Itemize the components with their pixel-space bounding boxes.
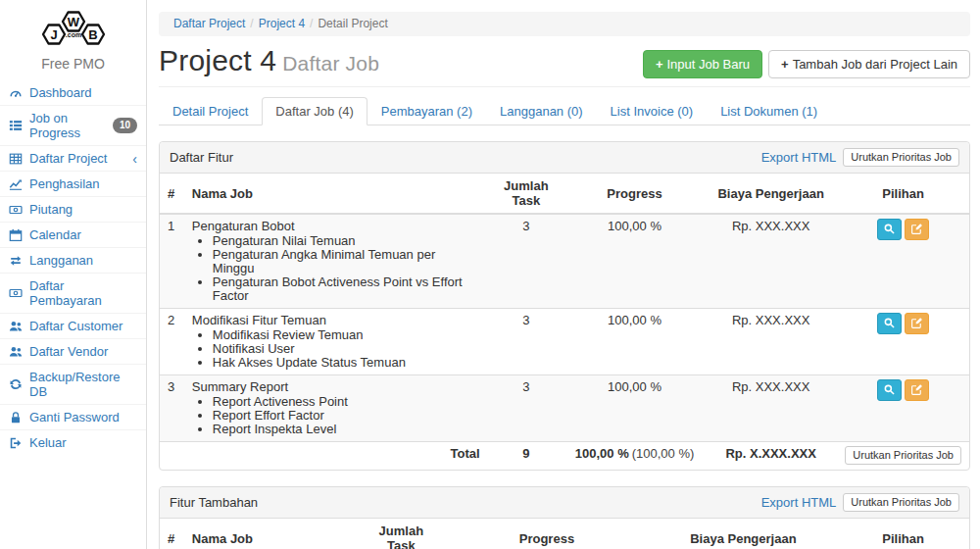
total-progress-value: 100,00 %: [575, 446, 629, 461]
job-number-cell: 3: [160, 375, 184, 442]
total-cost-cell: Rp. X.XXX.XXX: [705, 442, 837, 471]
total-tasks-cell: 9: [488, 442, 564, 471]
subtask-item: Pengaturan Bobot Activeness Point vs Eff…: [213, 275, 480, 303]
subtask-item: Report Inspekta Level: [213, 423, 480, 436]
job-actions-cell: [837, 214, 969, 309]
page-header: Project 4Daftar Job +Input Job Baru+Tamb…: [159, 44, 970, 87]
tab-list-invoice-0[interactable]: List Invoice (0): [597, 97, 708, 125]
tab-langganan-0[interactable]: Langganan (0): [486, 97, 597, 125]
svg-text:J: J: [50, 27, 57, 42]
sidebar-item-label: Piutang: [29, 202, 73, 217]
sidebar-item-daftar-project[interactable]: Daftar Project‹: [0, 145, 146, 171]
edit-job-button[interactable]: [905, 219, 929, 240]
sidebar-item-daftar-customer[interactable]: Daftar Customer: [0, 313, 146, 338]
view-job-button[interactable]: [877, 219, 902, 240]
view-job-button[interactable]: [877, 379, 902, 401]
sidebar-item-calendar[interactable]: Calendar: [0, 222, 146, 247]
users-icon: [9, 345, 23, 359]
tab-pembayaran-2[interactable]: Pembayaran (2): [368, 97, 486, 125]
search-icon: [883, 317, 897, 330]
sidebar: J W B .com Free PMO DashboardJob on Prog…: [0, 0, 147, 549]
sidebar-item-dashboard[interactable]: Dashboard: [0, 80, 146, 105]
refresh-icon: [9, 377, 23, 391]
total-row: Total9100,00 %(100,00 %)Rp. X.XXX.XXXUru…: [160, 442, 969, 471]
export-html-link[interactable]: Export HTML: [761, 495, 837, 510]
tab-list-dokumen-1[interactable]: List Dokumen (1): [707, 97, 831, 125]
plus-icon: +: [781, 57, 789, 72]
sidebar-item-piutang[interactable]: Piutang: [0, 196, 146, 222]
job-name-cell: Modifikasi Fitur TemuanModifikasi Review…: [184, 309, 488, 375]
column-header-progress: Progress: [564, 174, 705, 214]
page-title: Project 4Daftar Job: [159, 44, 379, 80]
sidebar-item-ganti-password[interactable]: Ganti Password: [0, 404, 146, 429]
money-icon: [9, 286, 23, 300]
job-name-cell: Pengaturan BobotPengaturan Nilai TemuanP…: [184, 214, 488, 309]
input-job-baru-button[interactable]: +Input Job Baru: [643, 50, 762, 78]
export-html-link[interactable]: Export HTML: [761, 150, 837, 165]
sort-priority-button[interactable]: Urutkan Prioritas Job: [845, 446, 961, 465]
count-badge: 10: [113, 118, 137, 133]
edit-icon: [910, 317, 924, 330]
job-name: Pengaturan Bobot: [192, 219, 480, 233]
edit-job-button[interactable]: [905, 313, 929, 334]
sidebar-item-label: Dashboard: [29, 85, 92, 100]
panel-header: Daftar FiturExport HTMLUrutkan Prioritas…: [160, 142, 969, 174]
column-header-: #: [160, 519, 184, 549]
breadcrumb-separator: /: [310, 17, 313, 30]
svg-text:.com: .com: [65, 31, 80, 38]
sidebar-item-langganan[interactable]: Langganan: [0, 247, 146, 273]
sidebar-item-penghasilan[interactable]: Penghasilan: [0, 171, 146, 196]
job-cost-cell: Rp. XXX.XXX: [705, 214, 837, 309]
tab-daftar-job-4[interactable]: Daftar Job (4): [262, 97, 367, 125]
jwb-logo-icon: J W B .com: [38, 7, 109, 53]
retweet-icon: [9, 254, 23, 268]
subtask-list: Report Activeness PointReport Effort Fac…: [213, 395, 480, 436]
edit-icon: [910, 383, 924, 397]
job-tasks-cell: 3: [488, 309, 564, 375]
chevron-left-icon: ‹: [132, 154, 137, 164]
column-header-biaya-pengerjaan: Biaya Pengerjaan: [705, 174, 837, 214]
button-label: Tambah Job dari Project Lain: [793, 57, 957, 72]
subtask-item: Pengaturan Angka Minimal Temuan per Ming…: [213, 248, 480, 275]
sidebar-item-job-on-progress[interactable]: Job on Progress10: [0, 105, 146, 145]
main-content: Daftar Project/Project 4/Detail Project …: [147, 0, 980, 549]
search-icon: [883, 223, 897, 236]
breadcrumb-link-project-4[interactable]: Project 4: [259, 17, 305, 30]
table-row: 3Summary ReportReport Activeness PointRe…: [160, 375, 969, 442]
column-header-jumlah-task: Jumlah Task: [488, 174, 564, 214]
breadcrumb-link-daftar-project[interactable]: Daftar Project: [173, 17, 245, 30]
sidebar-item-daftar-vendor[interactable]: Daftar Vendor: [0, 338, 146, 364]
lock-icon: [9, 411, 23, 424]
view-job-button[interactable]: [877, 313, 902, 334]
app-logo: J W B .com: [0, 0, 146, 53]
sidebar-item-label: Daftar Customer: [29, 319, 122, 333]
subtask-item: Hak Akses Update Status Temuan: [213, 356, 480, 370]
sidebar-item-label: Calendar: [29, 227, 81, 242]
sidebar-item-keluar[interactable]: Keluar: [0, 429, 146, 455]
sort-priority-button[interactable]: Urutkan Prioritas Job: [843, 148, 959, 167]
sidebar-item-daftar-pembayaran[interactable]: Daftar Pembayaran: [0, 273, 146, 313]
search-icon: [883, 383, 897, 397]
column-header-pilihan: Pilihan: [837, 519, 969, 549]
job-tasks-cell: 3: [488, 214, 564, 309]
sidebar-item-backup-restore-db[interactable]: Backup/Restore DB: [0, 364, 146, 404]
column-header-: #: [160, 174, 184, 214]
sidebar-item-label: Daftar Project: [29, 151, 107, 166]
subtask-item: Report Effort Factor: [213, 409, 480, 423]
tab-detail-project[interactable]: Detail Project: [159, 97, 262, 125]
job-progress-cell: 100,00 %: [564, 309, 705, 375]
sort-priority-button[interactable]: Urutkan Prioritas Job: [843, 493, 959, 512]
plus-icon: +: [656, 57, 663, 72]
job-tasks-cell: 3: [488, 375, 564, 442]
column-header-biaya-pengerjaan: Biaya Pengerjaan: [650, 519, 838, 549]
job-name: Modifikasi Fitur Temuan: [192, 313, 480, 327]
page-title-text: Project 4: [159, 44, 276, 76]
tambah-job-dari-project-lain-button[interactable]: +Tambah Job dari Project Lain: [768, 50, 970, 78]
edit-job-button[interactable]: [905, 379, 929, 401]
total-progress-secondary: (100,00 %): [632, 446, 695, 461]
money-icon: [9, 203, 23, 217]
sidebar-item-label: Daftar Pembayaran: [29, 278, 137, 308]
tab-bar: Detail ProjectDaftar Job (4)Pembayaran (…: [159, 97, 970, 125]
job-actions-cell: [837, 375, 969, 442]
subtask-list: Modifikasi Review TemuanNotifikasi UserH…: [213, 328, 480, 370]
